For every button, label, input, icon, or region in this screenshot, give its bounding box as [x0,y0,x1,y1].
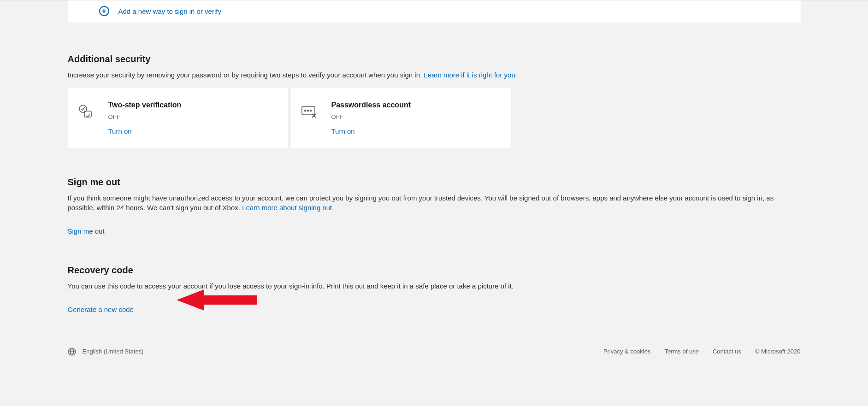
two-step-status: OFF [108,113,182,121]
copyright-text: © Microsoft 2020 [755,347,800,356]
recovery-code-section: Recovery code You can use this code to a… [68,264,801,314]
sign-out-desc: If you think someone might have unauthor… [68,193,801,212]
recovery-code-heading: Recovery code [68,264,801,277]
additional-security-heading: Additional security [68,53,801,65]
two-step-card: Two-step verification OFF Turn on [68,88,288,148]
recovery-code-desc: You can use this code to access your acc… [68,281,801,291]
additional-security-learn-more-link[interactable]: Learn more if it is right for you. [424,71,517,79]
two-step-title: Two-step verification [108,100,182,110]
page-footer: English (United States) Privacy & cookie… [68,342,801,370]
password-x-icon [301,103,317,118]
additional-security-desc-text: Increase your security by removing your … [68,71,424,79]
privacy-link[interactable]: Privacy & cookies [603,347,651,356]
terms-link[interactable]: Terms of use [664,347,698,356]
shield-check-icon [78,103,94,118]
passwordless-title: Passwordless account [331,100,411,110]
passwordless-turn-on-link[interactable]: Turn on [331,127,355,135]
additional-security-desc: Increase your security by removing your … [68,70,801,80]
svg-point-5 [310,110,311,112]
plus-circle-icon: + [99,6,109,16]
annotation-arrow-icon [177,288,260,312]
add-signin-link[interactable]: Add a new way to sign in or verify [118,6,221,16]
generate-code-link[interactable]: Generate a new code [68,305,134,314]
contact-link[interactable]: Contact us [713,347,741,356]
passwordless-status: OFF [331,113,411,121]
svg-marker-6 [177,289,257,311]
passwordless-card: Passwordless account OFF Turn on [291,88,511,148]
two-step-turn-on-link[interactable]: Turn on [108,127,132,135]
add-signin-card: + Add a new way to sign in or verify [68,0,801,23]
sign-out-section: Sign me out If you think someone might h… [68,176,801,236]
svg-point-3 [304,110,306,112]
sign-out-heading: Sign me out [68,176,801,188]
language-selector[interactable]: English (United States) [83,347,144,356]
sign-out-learn-more-link[interactable]: Learn more about signing out. [242,204,334,212]
sign-out-desc-text: If you think someone might have unauthor… [68,194,774,212]
globe-icon [68,347,76,356]
sign-me-out-link[interactable]: Sign me out [68,226,105,236]
additional-security-section: Additional security Increase your securi… [68,53,801,148]
svg-point-4 [307,110,308,112]
